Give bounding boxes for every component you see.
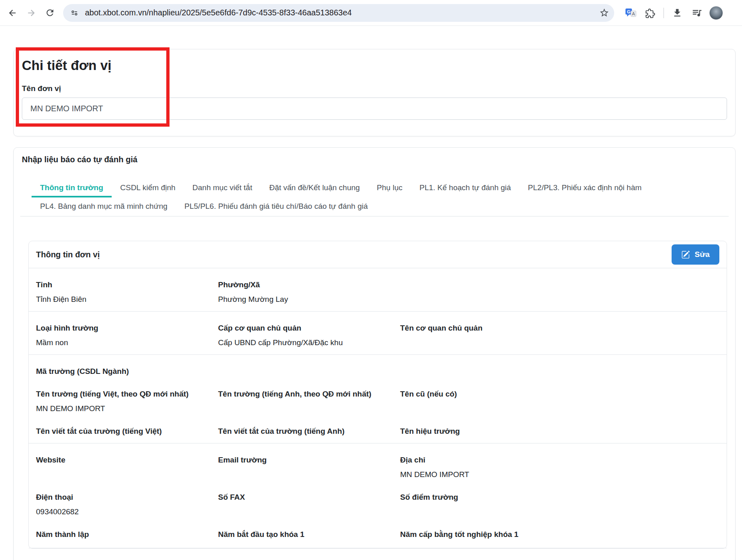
field: Số FAX [218, 492, 400, 517]
svg-text:G: G [627, 9, 631, 14]
field-row: WebsiteEmail trườngĐịa chỉMN DEMO IMPORT [36, 455, 719, 480]
field-value: Tỉnh Điện Biên [36, 294, 218, 305]
tab-5[interactable]: Phụ lục [368, 179, 411, 197]
tab-6[interactable]: PL1. Kế hoạch tự đánh giá [411, 179, 519, 197]
forward-button[interactable] [22, 4, 40, 22]
browser-toolbar: abot.xbot.com.vn/nhaplieu/2025/5e5e6fd6-… [0, 0, 742, 26]
field: TỉnhTỉnh Điện Biên [36, 280, 218, 305]
field-label: Mã trường (CSDL Ngành) [36, 366, 218, 377]
report-entry-title: Nhập liệu báo cáo tự đánh giá [22, 155, 729, 164]
field: Địa chỉMN DEMO IMPORT [400, 455, 719, 480]
svg-text:A: A [632, 11, 635, 16]
field-label: Email trường [218, 455, 400, 465]
field-label: Loại hình trường [36, 323, 218, 333]
bookmark-star-icon[interactable] [599, 8, 609, 18]
field-row: Điện thoại0934002682Số FAXSố điểm trường [36, 492, 719, 517]
forward-arrow-icon [26, 8, 36, 18]
reload-icon [45, 8, 55, 18]
field: Tên trường (tiếng Anh, theo QĐ mới nhất) [218, 389, 400, 414]
field-label: Điện thoại [36, 492, 218, 503]
url-text[interactable]: abot.xbot.com.vn/nhaplieu/2025/5e5e6fd6-… [85, 8, 596, 17]
field-label: Số điểm trường [400, 492, 719, 503]
field-section: Loại hình trườngMầm nonCấp cơ quan chủ q… [29, 312, 727, 355]
pencil-square-icon [681, 250, 690, 259]
report-entry-card: Nhập liệu báo cáo tự đánh giá Thông tin … [13, 147, 736, 560]
field: Tên cơ quan chủ quản [400, 323, 719, 348]
address-bar[interactable]: abot.xbot.com.vn/nhaplieu/2025/5e5e6fd6-… [63, 4, 614, 22]
field: Mã trường (CSDL Ngành) [36, 366, 218, 377]
field-row: Loại hình trườngMầm nonCấp cơ quan chủ q… [36, 323, 719, 348]
profile-avatar[interactable] [709, 6, 723, 20]
field-value: Mầm non [36, 337, 218, 348]
field-label: Tên cũ (nếu có) [400, 389, 719, 399]
field-section: Mã trường (CSDL Ngành)Tên trường (tiếng … [29, 355, 727, 443]
field: Tên trường (tiếng Việt, theo QĐ mới nhất… [36, 389, 218, 414]
unit-info-panel: Thông tin đơn vị Sửa TỉnhTỉnh Điện BiênP… [28, 241, 727, 549]
field-label: Tên cơ quan chủ quản [400, 323, 719, 333]
translate-icon[interactable]: G A [622, 4, 639, 21]
field: Cấp cơ quan chủ quảnCấp UBND cấp Phường/… [218, 323, 400, 348]
field-value [400, 507, 719, 517]
field: Năm bắt đầu tạo khóa 1 [218, 529, 400, 540]
field: Email trường [218, 455, 400, 480]
field-label: Website [36, 455, 218, 465]
field: Số điểm trường [400, 492, 719, 517]
toolbar-divider [664, 8, 664, 18]
edit-button[interactable]: Sửa [672, 244, 719, 265]
tab-3[interactable]: Danh mục viết tắt [184, 179, 261, 197]
field-value: Phường Mường Lay [218, 294, 400, 305]
field-row: TỉnhTỉnh Điện BiênPhường/XãPhường Mường … [36, 280, 719, 305]
field-label: Địa chỉ [400, 455, 719, 465]
field-label: Tên trường (tiếng Anh, theo QĐ mới nhất) [218, 389, 400, 399]
unit-name-input[interactable] [22, 98, 727, 120]
reload-button[interactable] [40, 4, 59, 22]
field: Năm thành lập [36, 529, 218, 540]
field: Tên viết tắt của trường (tiếng Anh) [218, 426, 400, 437]
downloads-icon[interactable] [669, 4, 686, 21]
unit-info-body: TỉnhTỉnh Điện BiênPhường/XãPhường Mường … [29, 268, 727, 548]
field-value [218, 469, 400, 480]
field-value: MN DEMO IMPORT [36, 403, 218, 414]
unit-info-title: Thông tin đơn vị [36, 250, 100, 259]
tab-1[interactable]: Thông tin trường [32, 179, 112, 197]
site-settings-icon[interactable] [70, 8, 79, 18]
field: Năm cấp bằng tốt nghiệp khóa 1 [400, 529, 719, 540]
tab-2[interactable]: CSDL kiểm định [112, 179, 184, 197]
tab-9[interactable]: PL5/PL6. Phiếu đánh giá tiêu chí/Báo cáo… [176, 197, 376, 216]
tab-4[interactable]: Đặt vấn đề/Kết luận chung [261, 179, 368, 197]
page-content: Chi tiết đơn vị Tên đơn vị Nhập liệu báo… [0, 26, 742, 560]
unit-name-label: Tên đơn vị [22, 84, 727, 93]
field: Website [36, 455, 218, 480]
field: Tên viết tắt của trường (tiếng Việt) [36, 426, 218, 437]
report-tabs: Thông tin trườngCSDL kiểm địnhDanh mục v… [20, 179, 729, 216]
tab-8[interactable]: PL4. Bảng danh mục mã minh chứng [32, 197, 176, 216]
field-value: MN DEMO IMPORT [400, 469, 719, 480]
field-label: Tỉnh [36, 280, 218, 290]
field-row: Mã trường (CSDL Ngành) [36, 366, 719, 377]
field-label: Tên viết tắt của trường (tiếng Anh) [218, 426, 400, 437]
field-label: Số FAX [218, 492, 400, 503]
back-button[interactable] [3, 4, 22, 22]
media-queue-icon[interactable] [688, 4, 705, 21]
field-label: Phường/Xã [218, 280, 400, 290]
field-row: Tên trường (tiếng Việt, theo QĐ mới nhất… [36, 389, 719, 414]
field-value [218, 403, 400, 414]
field-value [400, 403, 719, 414]
field-label: Tên viết tắt của trường (tiếng Việt) [36, 426, 218, 437]
field-label: Năm thành lập [36, 529, 218, 540]
field: Tên hiệu trưởng [400, 426, 719, 437]
unit-detail-card: Chi tiết đơn vị Tên đơn vị [13, 49, 736, 136]
tab-7[interactable]: PL2/PL3. Phiếu xác định nội hàm [519, 179, 650, 197]
field-value: Cấp UBND cấp Phường/Xã/Đặc khu [218, 337, 400, 348]
unit-info-header: Thông tin đơn vị Sửa [29, 241, 727, 268]
field-label: Cấp cơ quan chủ quản [218, 323, 400, 333]
field-row: Năm thành lậpNăm bắt đầu tạo khóa 1Năm c… [36, 529, 719, 540]
field-row: Tên viết tắt của trường (tiếng Việt)Tên … [36, 426, 719, 437]
field: Tên cũ (nếu có) [400, 389, 719, 414]
extensions-icon[interactable] [642, 4, 659, 21]
field-label: Năm cấp bằng tốt nghiệp khóa 1 [400, 529, 719, 540]
field-label: Năm bắt đầu tạo khóa 1 [218, 529, 400, 540]
field-value: 0934002682 [36, 507, 218, 517]
field: Điện thoại0934002682 [36, 492, 218, 517]
toolbar-actions: G A [622, 4, 723, 21]
